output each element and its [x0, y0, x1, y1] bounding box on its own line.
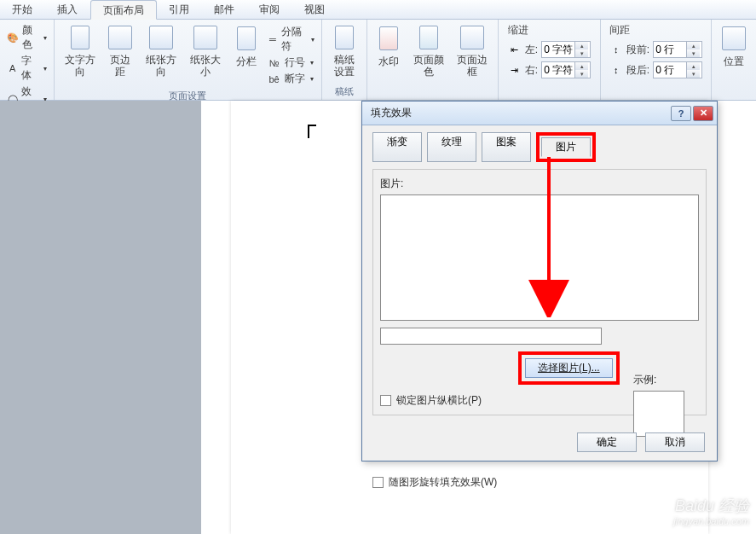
- group-manuscript: 稿纸 设置 稿纸: [322, 20, 367, 100]
- spin-up-icon[interactable]: ▴: [687, 62, 700, 70]
- manuscript-icon: [331, 25, 358, 50]
- group-label-manuscript: 稿纸: [326, 84, 363, 100]
- watermark-button[interactable]: 水印: [371, 21, 407, 81]
- page-color-icon: [415, 25, 442, 50]
- tab-review[interactable]: 审阅: [247, 0, 292, 19]
- dialog-tabs: 渐变 纹理 图案 图片: [372, 132, 707, 162]
- hyphenation-icon: bê: [268, 73, 281, 86]
- breaks-icon: ═: [268, 32, 279, 46]
- text-direction-icon: [66, 25, 94, 50]
- line-numbers-button[interactable]: №行号▾: [268, 55, 315, 70]
- page-color-button[interactable]: 页面颜色: [407, 21, 450, 81]
- group-page-background: 水印 页面颜色 页面边框: [367, 20, 499, 100]
- tab-reference[interactable]: 引用: [157, 0, 202, 19]
- tab-texture[interactable]: 纹理: [427, 132, 476, 162]
- spacing-before-input[interactable]: [654, 44, 686, 55]
- breaks-button[interactable]: ═分隔符▾: [268, 25, 315, 54]
- spin-up-icon[interactable]: ▴: [575, 42, 588, 49]
- spin-down-icon[interactable]: ▾: [575, 70, 588, 78]
- dialog-title: 填充效果: [371, 106, 412, 120]
- position-button[interactable]: 位置: [715, 21, 753, 81]
- tab-insert[interactable]: 插入: [45, 0, 90, 19]
- rotate-fill-label: 随图形旋转填充效果(W): [389, 475, 497, 490]
- tab-page-layout[interactable]: 页面布局: [90, 0, 157, 20]
- highlight-select-picture: 选择图片(L)...: [518, 351, 620, 385]
- tab-start[interactable]: 开始: [0, 0, 45, 19]
- sample-label: 示例:: [633, 373, 701, 387]
- ribbon: 🎨颜色▾ A字体▾ ◯效果▾ 文字方向 页边距 纸张方向 纸张大小 分栏 ═分隔…: [0, 20, 756, 101]
- tab-view[interactable]: 视图: [292, 0, 338, 19]
- theme-colors-button[interactable]: 🎨颜色▾: [7, 23, 47, 52]
- spin-down-icon[interactable]: ▾: [687, 49, 700, 57]
- lock-aspect-label: 锁定图片纵横比(P): [396, 393, 482, 408]
- picture-label: 图片:: [380, 177, 699, 191]
- lock-aspect-checkbox[interactable]: [380, 395, 391, 406]
- group-arrange: 位置: [712, 20, 756, 100]
- sample-preview: [633, 391, 684, 437]
- theme-fonts-button[interactable]: A字体▾: [7, 54, 47, 83]
- spin-up-icon[interactable]: ▴: [575, 62, 588, 70]
- spin-up-icon[interactable]: ▴: [687, 42, 700, 49]
- indent-right-spinner[interactable]: ▴▾: [541, 61, 591, 78]
- margins-icon: [107, 25, 134, 50]
- tab-mail[interactable]: 邮件: [202, 0, 247, 19]
- tab-picture[interactable]: 图片: [541, 137, 591, 157]
- spin-down-icon[interactable]: ▾: [575, 49, 588, 57]
- group-spacing: 间距 ↕ 段前: ▴▾ ↕ 段后: ▴▾: [601, 20, 712, 100]
- text-direction-button[interactable]: 文字方向: [58, 21, 102, 81]
- cancel-button[interactable]: 取消: [645, 432, 705, 452]
- page-border-button[interactable]: 页面边框: [451, 21, 494, 81]
- indent-right-icon: ⇥: [508, 63, 522, 77]
- paper-size-icon: [192, 25, 219, 50]
- columns-icon: [233, 25, 260, 52]
- orientation-icon: [147, 25, 175, 50]
- sample-area: 示例:: [633, 373, 701, 437]
- watermark-icon: [375, 25, 402, 52]
- picture-path-input[interactable]: [380, 328, 602, 345]
- fill-effects-dialog: 填充效果 ? ✕ 渐变 纹理 图案 图片 图片: 选择图片(L)... 锁定图片…: [361, 101, 718, 461]
- dialog-close-button[interactable]: ✕: [693, 106, 713, 121]
- picture-preview: [380, 194, 699, 321]
- indent-left-input[interactable]: [542, 44, 574, 55]
- palette-icon: 🎨: [7, 31, 19, 44]
- ribbon-tabs: 开始 插入 页面布局 引用 邮件 审阅 视图: [0, 0, 756, 20]
- columns-button[interactable]: 分栏: [228, 21, 264, 81]
- group-page-setup: 文字方向 页边距 纸张方向 纸张大小 分栏 ═分隔符▾ №行号▾ bê断字▾ 页…: [55, 20, 322, 100]
- ok-button[interactable]: 确定: [577, 432, 637, 452]
- indent-left-icon: ⇤: [508, 43, 522, 56]
- dialog-help-button[interactable]: ?: [671, 106, 691, 121]
- page-border-icon: [459, 25, 486, 50]
- select-picture-button[interactable]: 选择图片(L)...: [525, 358, 613, 378]
- highlight-tab-picture: 图片: [536, 132, 596, 162]
- gutter: [0, 101, 201, 534]
- orientation-button[interactable]: 纸张方向: [139, 21, 183, 81]
- dialog-titlebar[interactable]: 填充效果 ? ✕: [362, 102, 717, 125]
- group-themes: 🎨颜色▾ A字体▾ ◯效果▾: [0, 20, 55, 100]
- spacing-after-icon: ↕: [609, 63, 623, 77]
- watermark: Baidu 经验 jingyan.baidu.com: [673, 498, 749, 529]
- tab-pattern[interactable]: 图案: [482, 132, 531, 162]
- group-indent: 缩进 ⇤ 左: ▴▾ ⇥ 右: ▴▾: [499, 20, 601, 100]
- line-numbers-icon: №: [268, 56, 281, 70]
- rotate-fill-checkbox[interactable]: [372, 477, 384, 488]
- indent-right-input[interactable]: [542, 64, 574, 76]
- font-icon: A: [7, 61, 18, 75]
- position-icon: [720, 25, 747, 52]
- hyphenation-button[interactable]: bê断字▾: [268, 72, 315, 86]
- margins-button[interactable]: 页边距: [102, 21, 138, 81]
- tab-gradient[interactable]: 渐变: [372, 132, 422, 162]
- spacing-before-icon: ↕: [609, 43, 623, 56]
- spacing-after-spinner[interactable]: ▴▾: [653, 61, 702, 78]
- text-cursor: [308, 125, 316, 138]
- indent-left-spinner[interactable]: ▴▾: [541, 41, 591, 58]
- spacing-before-spinner[interactable]: ▴▾: [653, 41, 702, 58]
- spin-down-icon[interactable]: ▾: [687, 70, 700, 78]
- paper-size-button[interactable]: 纸张大小: [183, 21, 228, 81]
- spacing-after-input[interactable]: [654, 64, 686, 76]
- manuscript-button[interactable]: 稿纸 设置: [326, 21, 363, 81]
